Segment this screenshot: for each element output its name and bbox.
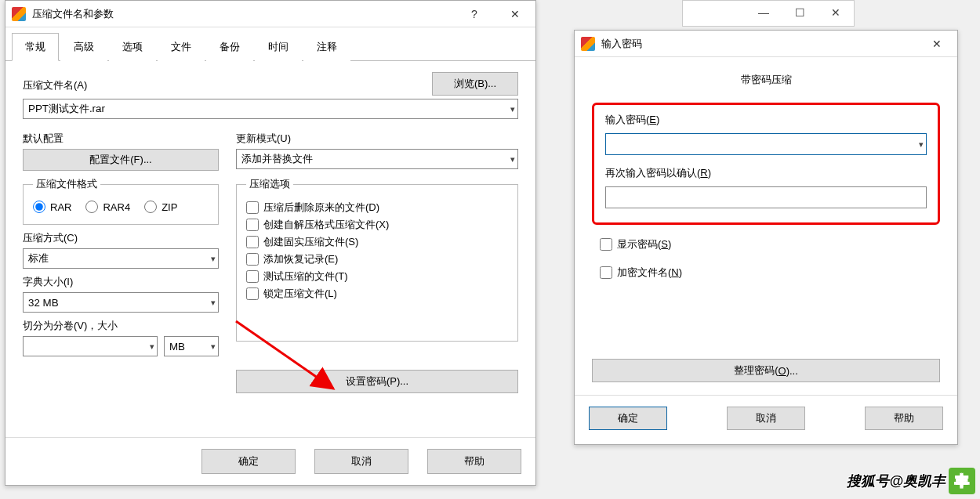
password-dialog-body: 带密码压缩 输入密码(E) ▾ 再次输入密码以确认(R) 显示密码(S) 加密文…: [575, 57, 957, 395]
format-zip[interactable]: ZIP: [144, 201, 177, 213]
archive-dialog-buttons: 确定 取消 帮助: [5, 437, 535, 485]
opt-recovery[interactable]: 添加恢复记录(E): [246, 252, 508, 266]
watermark: 搜狐号@奥凯丰 丰: [847, 468, 975, 494]
password-dialog-title: 输入密码: [601, 37, 913, 51]
archive-dialog-titlebar: 压缩文件名和参数 ? ✕: [5, 1, 535, 27]
profile-button[interactable]: 配置文件(F)...: [23, 149, 219, 171]
bg-close-button[interactable]: ✕: [818, 1, 854, 24]
archive-help-button[interactable]: ?: [457, 2, 492, 26]
show-password-checkbox[interactable]: 显示密码(S): [600, 237, 940, 251]
archive-ok-button[interactable]: 确定: [201, 449, 296, 474]
tab-bar: 常规 高级 选项 文件 备份 时间 注释: [5, 32, 535, 61]
tab-backup[interactable]: 备份: [206, 33, 253, 61]
archive-cancel-button[interactable]: 取消: [314, 449, 408, 474]
split-label: 切分为分卷(V)，大小: [23, 319, 219, 333]
watermark-badge-icon: 丰: [949, 468, 975, 494]
opt-test[interactable]: 测试压缩的文件(T): [246, 269, 508, 284]
dict-label: 字典大小(I): [23, 275, 219, 289]
background-window-controls: — ☐ ✕: [682, 0, 855, 27]
tab-files[interactable]: 文件: [158, 33, 205, 61]
encrypt-names-checkbox[interactable]: 加密文件名(N): [600, 266, 940, 280]
winrar-icon: [581, 37, 595, 51]
password-dialog-titlebar: 输入密码 ✕: [575, 31, 957, 57]
dict-select[interactable]: [23, 292, 219, 313]
password-input[interactable]: [605, 133, 927, 155]
format-rar4[interactable]: RAR4: [85, 201, 130, 213]
password-confirm-input[interactable]: [605, 186, 927, 208]
archive-settings-dialog: 压缩文件名和参数 ? ✕ 常规 高级 选项 文件 备份 时间 注释 压缩文件名(…: [5, 0, 536, 486]
tab-comment[interactable]: 注释: [303, 33, 350, 61]
bg-maximize-button[interactable]: ☐: [782, 1, 818, 24]
tab-time[interactable]: 时间: [255, 33, 302, 61]
format-group: 压缩文件格式 RAR RAR4 ZIP: [23, 177, 219, 225]
archive-help-button-bottom[interactable]: 帮助: [427, 449, 521, 474]
password-highlight-box: 输入密码(E) ▾ 再次输入密码以确认(R): [592, 103, 940, 225]
confirm-password-label: 再次输入密码以确认(R): [605, 167, 711, 179]
method-label: 压缩方式(C): [23, 231, 219, 245]
opt-lock[interactable]: 锁定压缩文件(L): [246, 287, 508, 301]
update-mode-select[interactable]: [236, 149, 518, 169]
bg-minimize-button[interactable]: —: [746, 1, 782, 24]
split-unit-select[interactable]: [164, 336, 219, 356]
set-password-button[interactable]: 设置密码(P)...: [236, 370, 518, 393]
update-mode-label: 更新模式(U): [236, 132, 518, 146]
password-dialog-buttons: 确定 取消 帮助: [575, 395, 957, 444]
archive-dialog-title: 压缩文件名和参数: [32, 7, 451, 21]
split-size-input[interactable]: [23, 336, 158, 356]
archive-close-button[interactable]: ✕: [498, 2, 532, 26]
format-rar[interactable]: RAR: [33, 201, 71, 213]
tab-general[interactable]: 常规: [12, 33, 59, 61]
browse-button[interactable]: 浏览(B)...: [432, 72, 518, 96]
password-help-button[interactable]: 帮助: [865, 407, 943, 430]
tab-options[interactable]: 选项: [109, 33, 156, 61]
general-pane: 压缩文件名(A) 浏览(B)... ▾ 默认配置 配置文件(F)... 更新模式…: [5, 61, 535, 437]
tab-advanced[interactable]: 高级: [60, 33, 107, 61]
enter-password-label: 输入密码(E): [605, 114, 659, 125]
default-profile-label: 默认配置: [23, 132, 219, 146]
opt-sfx[interactable]: 创建自解压格式压缩文件(X): [246, 218, 508, 232]
format-group-legend: 压缩文件格式: [33, 177, 100, 191]
filename-label: 压缩文件名(A): [23, 78, 87, 92]
password-close-button[interactable]: ✕: [920, 32, 954, 56]
password-dialog-header: 带密码压缩: [592, 67, 940, 95]
archive-filename-input[interactable]: [23, 99, 518, 119]
password-dialog: 输入密码 ✕ 带密码压缩 输入密码(E) ▾ 再次输入密码以确认(R) 显示密码…: [574, 30, 958, 445]
password-ok-button[interactable]: 确定: [589, 407, 667, 430]
options-group-legend: 压缩选项: [246, 177, 293, 191]
options-group: 压缩选项 压缩后删除原来的文件(D) 创建自解压格式压缩文件(X) 创建固实压缩…: [236, 177, 518, 342]
method-select[interactable]: [23, 248, 219, 269]
winrar-icon: [12, 7, 26, 21]
opt-delete-after[interactable]: 压缩后删除原来的文件(D): [246, 201, 508, 215]
opt-solid[interactable]: 创建固实压缩文件(S): [246, 235, 508, 249]
organize-passwords-button[interactable]: 整理密码(O)...: [592, 359, 940, 382]
password-cancel-button[interactable]: 取消: [727, 407, 805, 430]
